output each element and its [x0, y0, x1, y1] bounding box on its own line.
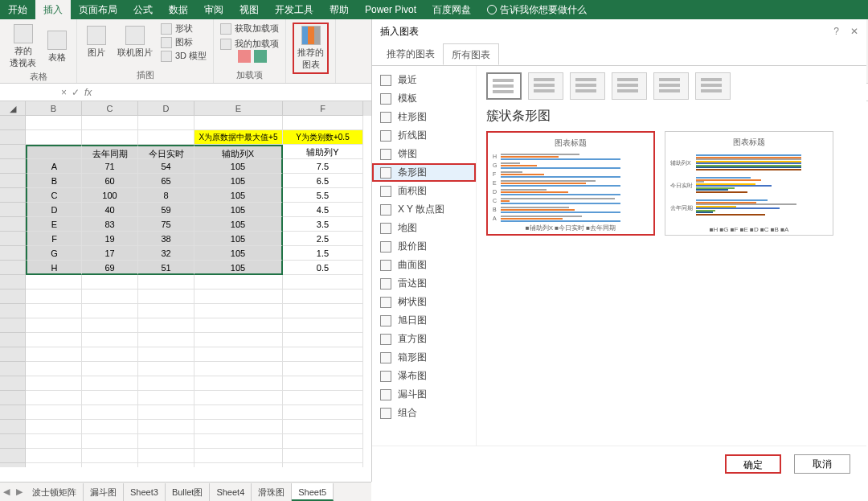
chart-type-11[interactable]: 雷达图	[372, 274, 476, 293]
chart-type-3[interactable]: 折线图	[372, 126, 476, 145]
table-button[interactable]: 表格	[44, 29, 70, 65]
help-icon[interactable]: ?	[833, 26, 839, 37]
cell[interactable]: 60	[82, 174, 138, 188]
recommended-charts-button[interactable]: 推荐的 图表	[293, 23, 329, 74]
chart-type-13[interactable]: 旭日图	[372, 311, 476, 330]
fx-icon[interactable]: fx	[84, 87, 92, 98]
tab-insert[interactable]: 插入	[35, 0, 71, 19]
online-picture-button[interactable]: 联机图片	[114, 24, 156, 60]
cell[interactable]: 105	[194, 232, 283, 246]
chart-type-12[interactable]: 树状图	[372, 293, 476, 311]
header-auxx[interactable]: 辅助列X	[194, 145, 283, 159]
cell[interactable]: B	[26, 174, 82, 188]
col-header-c[interactable]: C	[82, 101, 138, 116]
sheet-tab[interactable]: Sheet3	[124, 483, 166, 501]
cell[interactable]: 83	[82, 217, 138, 232]
subtype-3d-clustered-bar[interactable]	[612, 72, 647, 100]
bing-icon[interactable]	[238, 50, 251, 63]
icons-button[interactable]: 图标	[161, 36, 207, 48]
chart-type-2[interactable]: 柱形图	[372, 108, 476, 126]
chart-type-18[interactable]: 组合	[372, 404, 476, 422]
my-addins-button[interactable]: 我的加载项	[220, 38, 279, 50]
sheet-nav-prev[interactable]: ◀	[0, 487, 13, 497]
subtype-clustered-bar[interactable]	[486, 72, 522, 100]
shapes-button[interactable]: 形状	[161, 23, 207, 35]
chart-type-1[interactable]: 模板	[372, 89, 476, 108]
tab-baidu[interactable]: 百度网盘	[424, 0, 479, 19]
sheet-tab[interactable]: 漏斗图	[84, 483, 124, 501]
cell[interactable]: 2.5	[283, 232, 363, 246]
chart-type-15[interactable]: 箱形图	[372, 348, 476, 367]
cell[interactable]: A	[26, 159, 82, 174]
cell[interactable]: 7.5	[283, 159, 363, 174]
sheet-tab[interactable]: Bullet图	[166, 483, 211, 501]
cell[interactable]: 105	[194, 246, 283, 261]
chart-preview-1[interactable]: 图表标题 HGFEDCBA ■辅助列X ■今日实时 ■去年同期	[486, 131, 655, 236]
cell[interactable]: 32	[138, 246, 194, 261]
cell[interactable]: 6.5	[283, 174, 363, 188]
people-icon[interactable]	[254, 50, 267, 63]
chart-type-8[interactable]: 地图	[372, 219, 476, 237]
cell[interactable]: 105	[194, 188, 283, 203]
select-all-button[interactable]: ◢	[0, 101, 26, 116]
get-addins-button[interactable]: 获取加载项	[220, 23, 279, 35]
col-header-b[interactable]: B	[26, 101, 82, 116]
tab-home[interactable]: 开始	[0, 0, 35, 19]
chart-type-5[interactable]: 条形图	[372, 163, 476, 182]
subtype-stacked-bar[interactable]	[528, 72, 563, 100]
cell[interactable]: 54	[138, 159, 194, 174]
worksheet[interactable]: ◢ B C D E F X为原数据中最大值+5Y为类别数+0.5 去年同期今日实…	[0, 101, 371, 467]
tab-review[interactable]: 审阅	[196, 0, 231, 19]
cancel-formula-icon[interactable]: ×	[61, 87, 67, 98]
tab-pagelayout[interactable]: 页面布局	[71, 0, 125, 19]
cell[interactable]: 65	[138, 174, 194, 188]
cell[interactable]: 17	[82, 246, 138, 261]
cell[interactable]: 8	[138, 188, 194, 203]
chart-type-16[interactable]: 瀑布图	[372, 367, 476, 385]
cell[interactable]: 38	[138, 232, 194, 246]
cell[interactable]: D	[26, 203, 82, 217]
cell[interactable]: 75	[138, 217, 194, 232]
chart-type-7[interactable]: X Y 散点图	[372, 200, 476, 219]
confirm-formula-icon[interactable]: ✓	[72, 87, 80, 98]
chart-type-17[interactable]: 漏斗图	[372, 385, 476, 404]
cell[interactable]: H	[26, 261, 82, 275]
cell[interactable]: 105	[194, 159, 283, 174]
header-auxy[interactable]: 辅助列Y	[283, 145, 363, 159]
cell[interactable]: C	[26, 188, 82, 203]
cell[interactable]: 51	[138, 261, 194, 275]
picture-button[interactable]: 图片	[84, 24, 109, 60]
cell[interactable]: 4.5	[283, 203, 363, 217]
model3d-button[interactable]: 3D 模型	[161, 50, 207, 62]
ok-button[interactable]: 确定	[725, 454, 781, 474]
sheet-tab[interactable]: 波士顿矩阵	[26, 483, 84, 501]
cell[interactable]: E	[26, 217, 82, 232]
tab-data[interactable]: 数据	[161, 0, 196, 19]
subtype-100stacked-bar[interactable]	[570, 72, 605, 100]
dialog-tab-recommended[interactable]: 推荐的图表	[379, 43, 443, 65]
cell[interactable]: 105	[194, 261, 283, 275]
pivot-table-button[interactable]: 荐的 透视表	[6, 23, 39, 71]
cell[interactable]: 40	[82, 203, 138, 217]
cell[interactable]: 100	[82, 188, 138, 203]
note-f[interactable]: Y为类别数+0.5	[283, 130, 363, 145]
cell[interactable]: 105	[194, 217, 283, 232]
cell[interactable]: F	[26, 232, 82, 246]
chart-type-14[interactable]: 直方图	[372, 330, 476, 348]
chart-type-9[interactable]: 股价图	[372, 237, 476, 256]
tab-view[interactable]: 视图	[231, 0, 267, 19]
cell[interactable]: 5.5	[283, 188, 363, 203]
cell[interactable]: 3.5	[283, 217, 363, 232]
tab-help[interactable]: 帮助	[321, 0, 357, 19]
cell[interactable]: 59	[138, 203, 194, 217]
chart-preview-2[interactable]: 图表标题 辅助列X今日实时去年同期 ■H ■G ■F ■E ■D ■C ■B ■…	[665, 131, 833, 236]
tab-powerpivot[interactable]: Power Pivot	[357, 0, 424, 19]
cell[interactable]: 69	[82, 261, 138, 275]
cell[interactable]: 0.5	[283, 261, 363, 275]
note-e[interactable]: X为原数据中最大值+5	[194, 130, 283, 145]
subtype-3d-100stacked-bar[interactable]	[695, 72, 731, 100]
tab-formulas[interactable]: 公式	[125, 0, 161, 19]
col-header-e[interactable]: E	[194, 101, 283, 116]
tell-me[interactable]: 告诉我你想要做什么	[479, 3, 595, 17]
tab-devtools[interactable]: 开发工具	[267, 0, 321, 19]
